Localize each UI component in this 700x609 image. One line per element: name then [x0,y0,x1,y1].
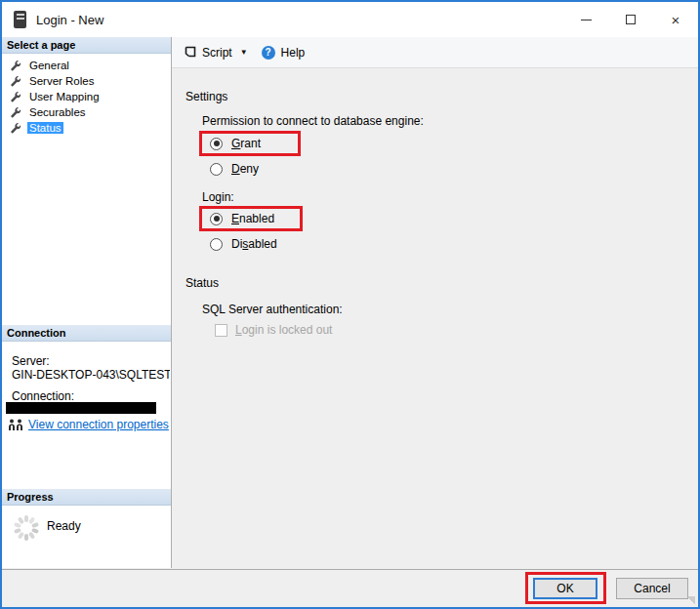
minimize-icon [581,20,592,20]
connection-label: Connection: [12,389,74,403]
sidebar-item-label: Securables [27,106,88,118]
maximize-button[interactable] [608,2,653,37]
checkbox-icon [215,324,227,337]
progress-spinner-icon [13,514,40,542]
radio-grant[interactable]: Grant [210,137,261,150]
highlight-box-enabled: Enabled [199,206,303,231]
dialog-toolbar: Script ▼ ? Help [172,37,698,68]
sidebar-item-general[interactable]: General [2,58,171,73]
radio-enabled-label: Enabled [231,212,274,225]
wrench-icon [11,61,21,71]
permission-label: Permission to connect to database engine… [202,114,424,128]
ok-button[interactable]: OK [533,578,597,599]
server-login-icon [14,11,26,28]
login-label: Login: [202,190,234,204]
radio-button-icon [210,238,223,251]
login-new-dialog: Login - New × Select a page General Serv… [0,0,700,609]
connection-value-redacted [6,402,156,414]
highlight-box-grant: Grant [199,131,301,156]
settings-heading: Settings [185,90,227,103]
script-dropdown-button[interactable]: ▼ [236,45,252,60]
sidebar-item-securables[interactable]: Securables [2,104,171,120]
wrench-icon [11,76,21,87]
server-label: Server: [12,354,50,368]
radio-button-icon [210,213,223,225]
checkbox-login-locked-out[interactable]: Login is locked out [215,323,332,337]
select-a-page-header: Select a page [2,37,171,54]
radio-deny-label: Deny [231,162,259,176]
sidebar-item-label: User Mapping [27,91,102,102]
sql-auth-label: SQL Server authentication: [202,303,343,316]
radio-deny[interactable]: Deny [210,162,259,176]
close-button[interactable]: × [653,2,698,37]
server-value: GIN-DESKTOP-043\SQLTEST [12,368,170,382]
status-heading: Status [185,276,219,290]
connection-properties-icon [8,419,24,431]
radio-enabled[interactable]: Enabled [210,212,274,225]
window-title: Login - New [36,13,103,27]
sidebar-item-label: General [27,60,71,71]
title-bar: Login - New × [2,2,698,37]
progress-header: Progress [2,489,171,506]
wrench-icon [11,107,21,118]
radio-button-icon [210,163,223,176]
connection-header: Connection [2,325,171,342]
view-connection-properties-link[interactable]: View connection properties [28,418,169,431]
close-icon: × [672,13,680,27]
script-icon [184,46,196,59]
resize-grip[interactable] [687,596,695,604]
wrench-icon [11,92,21,102]
radio-grant-label: Grant [231,137,261,150]
cancel-button[interactable]: Cancel [616,578,688,599]
radio-button-icon [210,138,223,150]
select-a-page-panel: General Server Roles User Mapping Secura… [2,54,171,325]
sidebar-item-user-mapping[interactable]: User Mapping [2,89,171,104]
locked-out-label: Login is locked out [235,323,332,337]
help-button-label: Help [281,46,306,60]
progress-panel: Ready [2,506,171,568]
script-button-label: Script [202,46,232,60]
help-icon: ? [262,46,275,60]
sidebar-item-label: Status [27,122,63,134]
script-button[interactable]: Script [180,43,236,62]
maximize-icon [626,15,636,24]
connection-panel: Server: GIN-DESKTOP-043\SQLTEST Connecti… [2,342,171,489]
radio-disabled-label: Disabled [231,237,277,251]
sidebar-item-server-roles[interactable]: Server Roles [2,73,171,89]
radio-disabled[interactable]: Disabled [210,237,277,251]
sidebar-item-status[interactable]: Status [2,120,171,136]
minimize-button[interactable] [563,2,608,37]
chevron-down-icon: ▼ [240,48,248,57]
progress-status: Ready [47,519,81,533]
sidebar-divider [171,37,172,568]
sidebar-item-label: Server Roles [27,75,96,87]
wrench-icon [11,123,21,134]
help-button[interactable]: ? Help [258,43,309,62]
